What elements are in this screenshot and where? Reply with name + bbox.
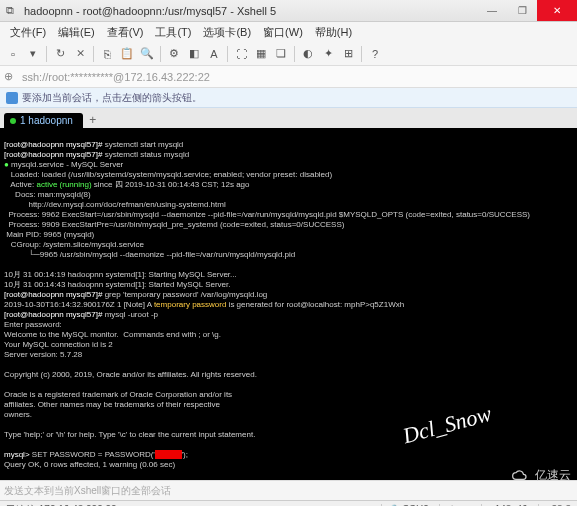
term-line: 10月 31 00:14:43 hadoopnn systemd[1]: Sta… — [4, 280, 231, 289]
address-text: ssh://root:**********@172.16.43.222:22 — [22, 71, 210, 83]
term-line: Main PID: 9965 (mysqld) — [4, 230, 94, 239]
fullscreen-icon[interactable]: ⛶ — [232, 45, 250, 63]
statusbar: 已连接 172.16.43.222:22。 🔒SSH2 xterm ⟟ 148x… — [0, 500, 577, 506]
term-line: └─9965 /usr/sbin/mysqld --daemonize --pi… — [4, 250, 295, 259]
tab-label: 1 hadoopnn — [20, 115, 73, 126]
tab-add-button[interactable]: + — [85, 112, 101, 128]
term-line: Process: 9909 ExecStartPre=/usr/bin/mysq… — [4, 220, 344, 229]
window-buttons: — ❐ ✕ — [477, 0, 577, 21]
info-icon — [6, 92, 18, 104]
send-bar[interactable]: 发送文本到当前Xshell窗口的全部会话 — [0, 480, 577, 500]
paste-icon[interactable]: 📋 — [118, 45, 136, 63]
term-line: Enter password: — [4, 320, 62, 329]
menu-edit[interactable]: 编辑(E) — [52, 25, 101, 40]
menu-help[interactable]: 帮助(H) — [309, 25, 358, 40]
window-title: hadoopnn - root@hadoopnn:/usr/mysql57 - … — [24, 5, 477, 17]
session-tabbar: 1 hadoopnn + — [0, 108, 577, 128]
term-line: Active: active (running) since 四 2019-10… — [4, 180, 250, 189]
term-line: http://dev.mysql.com/doc/refman/en/using… — [4, 200, 226, 209]
menu-tools[interactable]: 工具(T) — [149, 25, 197, 40]
color-icon[interactable]: ◧ — [185, 45, 203, 63]
separator — [46, 46, 47, 62]
term-line: [root@hadoopnn mysql57]# grep 'temporary… — [4, 290, 267, 299]
reconnect-icon[interactable]: ↻ — [51, 45, 69, 63]
term-line: Oracle is a registered trademark of Orac… — [4, 390, 232, 399]
help-icon[interactable]: ? — [366, 45, 384, 63]
term-line: 10月 31 00:14:19 hadoopnn systemd[1]: Sta… — [4, 270, 237, 279]
address-bar[interactable]: ⊕ ssh://root:**********@172.16.43.222:22 — [0, 66, 577, 88]
globe-icon: ⊕ — [4, 70, 18, 83]
menu-view[interactable]: 查看(V) — [101, 25, 150, 40]
menu-file[interactable]: 文件(F) — [4, 25, 52, 40]
maximize-button[interactable]: ❐ — [507, 0, 537, 21]
term-line: ● mysqld.service - MySQL Server — [4, 160, 123, 169]
app-icon: ⧉ — [6, 4, 20, 18]
term-line: [root@hadoopnn mysql57]# systemctl statu… — [4, 150, 189, 159]
font-icon[interactable]: A — [205, 45, 223, 63]
minimize-button[interactable]: — — [477, 0, 507, 21]
term-line: Loaded: loaded (/usr/lib/systemd/system/… — [4, 170, 332, 179]
brand-text: 亿速云 — [535, 467, 571, 484]
watermark: Dcl_Snow — [402, 408, 492, 441]
term-line: [root@hadoopnn mysql57]# mysql -uroot -p — [4, 310, 158, 319]
term-line: Copyright (c) 2000, 2019, Oracle and/or … — [4, 370, 257, 379]
term-line: Welcome to the MySQL monitor. Commands e… — [4, 330, 221, 339]
term-line: Type 'help;' or '\h' for help. Type '\c'… — [4, 430, 255, 439]
notice-bar: 要添加当前会话，点击左侧的箭头按钮。 — [0, 88, 577, 108]
separator — [227, 46, 228, 62]
misc-icon[interactable]: ◐ — [299, 45, 317, 63]
brand-logo: 亿速云 — [511, 467, 571, 484]
tab-session-1[interactable]: 1 hadoopnn — [4, 113, 83, 128]
props-icon[interactable]: ⚙ — [165, 45, 183, 63]
cascade-icon[interactable]: ❏ — [272, 45, 290, 63]
open-icon[interactable]: ▾ — [24, 45, 42, 63]
notice-text: 要添加当前会话，点击左侧的箭头按钮。 — [22, 91, 202, 105]
tile-icon[interactable]: ▦ — [252, 45, 270, 63]
copy-icon[interactable]: ⎘ — [98, 45, 116, 63]
separator — [361, 46, 362, 62]
titlebar: ⧉ hadoopnn - root@hadoopnn:/usr/mysql57 … — [0, 0, 577, 22]
status-connection: 已连接 172.16.43.222:22。 — [6, 503, 127, 507]
term-line: owners. — [4, 410, 32, 419]
term-line: Your MySQL connection id is 2 — [4, 340, 113, 349]
menu-window[interactable]: 窗口(W) — [257, 25, 309, 40]
term-line: Query OK, 0 rows affected, 1 warning (0.… — [4, 460, 175, 469]
terminal[interactable]: [root@hadoopnn mysql57]# systemctl start… — [0, 128, 577, 480]
misc3-icon[interactable]: ⊞ — [339, 45, 357, 63]
term-line: affiliates. Other names may be trademark… — [4, 400, 220, 409]
term-line: 2019-10-30T16:14:32.900176Z 1 [Note] A t… — [4, 300, 404, 309]
misc2-icon[interactable]: ✦ — [319, 45, 337, 63]
find-icon[interactable]: 🔍 — [138, 45, 156, 63]
term-line: mysql> SET PASSWORD = PASSWORD(' '); — [4, 450, 188, 459]
close-button[interactable]: ✕ — [537, 0, 577, 21]
status-dot-icon — [10, 118, 16, 124]
menubar: 文件(F) 编辑(E) 查看(V) 工具(T) 选项卡(B) 窗口(W) 帮助(… — [0, 22, 577, 42]
term-line: Process: 9962 ExecStart=/usr/sbin/mysqld… — [4, 210, 530, 219]
term-line: Docs: man:mysqld(8) — [4, 190, 91, 199]
term-line: CGroup: /system.slice/mysqld.service — [4, 240, 144, 249]
disconnect-icon[interactable]: ⨯ — [71, 45, 89, 63]
separator — [160, 46, 161, 62]
term-line: [root@hadoopnn mysql57]# systemctl start… — [4, 140, 183, 149]
term-line: Server version: 5.7.28 — [4, 350, 82, 359]
toolbar: ▫ ▾ ↻ ⨯ ⎘ 📋 🔍 ⚙ ◧ A ⛶ ▦ ❏ ◐ ✦ ⊞ ? — [0, 42, 577, 66]
separator — [294, 46, 295, 62]
new-session-icon[interactable]: ▫ — [4, 45, 22, 63]
menu-tabs[interactable]: 选项卡(B) — [197, 25, 257, 40]
separator — [93, 46, 94, 62]
